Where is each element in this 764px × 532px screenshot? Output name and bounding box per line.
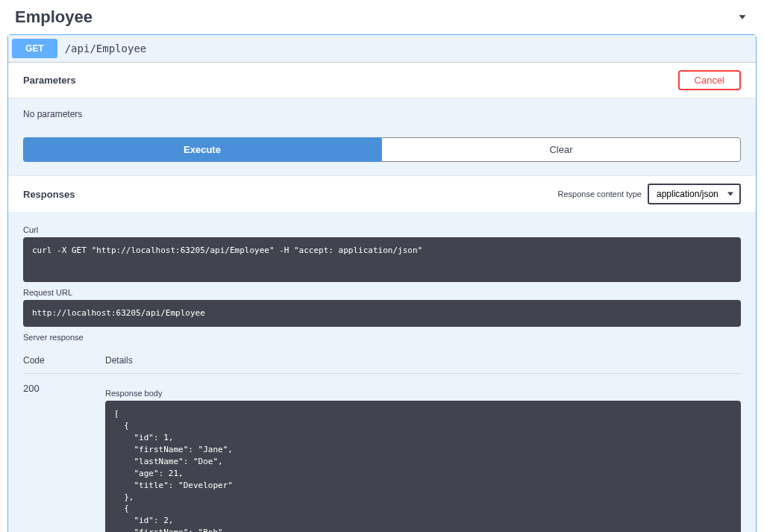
execute-button[interactable]: Execute	[23, 137, 381, 162]
response-body-label: Response body	[105, 389, 741, 398]
operation-block: GET /api/Employee Parameters Cancel No p…	[7, 34, 757, 532]
response-row: 200 Response body [ { "id": 1, "firstNam…	[23, 373, 741, 532]
no-parameters-text: No parameters	[8, 98, 756, 130]
clear-button[interactable]: Clear	[381, 137, 741, 162]
parameters-heading: Parameters	[23, 75, 76, 86]
response-body-wrap: [ { "id": 1, "firstName": "Jane", "lastN…	[105, 401, 741, 532]
details-column: Response body [ { "id": 1, "firstName": …	[105, 383, 741, 532]
operation-summary[interactable]: GET /api/Employee	[8, 35, 756, 63]
endpoint-title: Employee	[15, 7, 93, 27]
server-response-label: Server response	[23, 333, 741, 342]
status-code: 200	[23, 383, 105, 532]
curl-command-block: curl -X GET "http://localhost:63205/api/…	[23, 237, 741, 282]
request-url-label: Request URL	[23, 288, 741, 297]
http-method-badge: GET	[12, 39, 57, 58]
cancel-button[interactable]: Cancel	[678, 70, 741, 90]
content-type-label: Response content type	[557, 190, 642, 198]
content-type-select[interactable]: application/json	[648, 184, 741, 204]
responses-heading: Responses	[23, 189, 75, 200]
responses-body: Curl curl -X GET "http://localhost:63205…	[8, 212, 756, 532]
endpoint-path: /api/Employee	[65, 43, 147, 54]
content-type-wrap: Response content type application/json	[557, 184, 741, 204]
chevron-down-icon	[736, 10, 749, 24]
details-column-header: Details	[105, 355, 741, 366]
endpoint-header[interactable]: Employee	[0, 0, 764, 34]
response-body-block: [ { "id": 1, "firstName": "Jane", "lastN…	[105, 401, 741, 532]
parameters-header: Parameters Cancel	[8, 63, 756, 98]
request-url-block: http://localhost:63205/api/Employee	[23, 300, 741, 327]
responses-header: Responses Response content type applicat…	[8, 175, 756, 212]
response-table-header: Code Details	[23, 351, 741, 370]
curl-label: Curl	[23, 225, 741, 234]
action-button-row: Execute Clear	[8, 130, 756, 175]
code-column-header: Code	[23, 355, 105, 366]
